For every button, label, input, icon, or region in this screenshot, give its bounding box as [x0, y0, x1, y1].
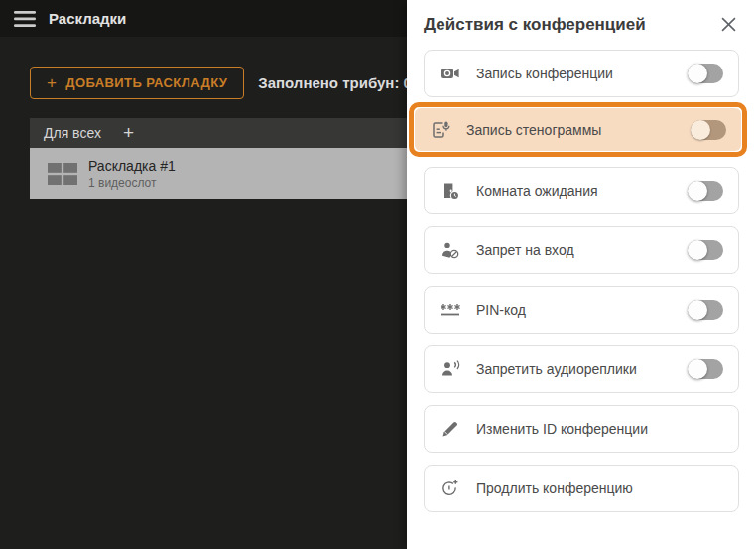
drawer-header: Действия с конференцией [407, 0, 756, 36]
layout-item-subtitle: 1 видеослот [88, 176, 176, 190]
layout-grid-icon [48, 163, 77, 185]
layouts-panel: Раскладки + ДОБАВИТЬ РАСКЛАДКУ Заполнено… [0, 0, 407, 549]
action-label: Продлить конференцию [476, 480, 633, 496]
tab-for-all[interactable]: Для всех + [30, 118, 407, 148]
page-title: Раскладки [49, 10, 126, 27]
close-button[interactable] [717, 13, 740, 36]
layout-item-meta: Раскладка #1 1 видеослот [88, 158, 176, 190]
action-row-conference-recording[interactable]: Запись конференции [424, 50, 739, 97]
action-label: PIN-код [476, 302, 526, 318]
extend-time-icon [440, 478, 461, 499]
action-row-waiting-room[interactable]: Комната ожидания [424, 167, 739, 214]
layout-item-title: Раскладка #1 [88, 158, 176, 174]
highlight-outline: Запись стенограммы [409, 102, 747, 157]
video-camera-icon [440, 63, 461, 84]
tribunes-filled-status: Заполнено трибун: 0 из 12 [258, 74, 407, 91]
conference-actions-drawer: Действия с конференцией Запись конференц… [407, 0, 756, 549]
action-label: Запрет на вход [476, 242, 574, 258]
close-icon [721, 17, 736, 32]
action-row-mute-audio-replies[interactable]: Запретить аудиореплики [424, 345, 739, 393]
waiting-room-toggle[interactable] [688, 181, 723, 201]
action-label: Запись конференции [476, 66, 613, 81]
app-topbar: Раскладки [0, 0, 407, 37]
transcript-icon [430, 119, 451, 141]
entry-ban-toggle[interactable] [688, 240, 723, 260]
action-list: Запись конференции Запись стенограммы [407, 36, 756, 512]
pin-code-icon [440, 299, 461, 321]
action-row-extend-conference[interactable]: Продлить конференцию [424, 465, 739, 512]
drawer-title: Действия с конференцией [424, 15, 646, 35]
pin-code-toggle[interactable] [688, 300, 723, 320]
pencil-icon [440, 418, 461, 440]
transcript-recording-toggle[interactable] [691, 120, 726, 140]
action-label: Комната ожидания [476, 183, 598, 199]
tab-for-all-label: Для всех [44, 125, 101, 141]
layout-list-item[interactable]: Раскладка #1 1 видеослот [30, 148, 407, 199]
audio-replies-icon [440, 358, 461, 380]
action-row-transcript-recording[interactable]: Запись стенограммы [415, 108, 741, 151]
entry-ban-icon [440, 239, 461, 261]
action-label: Запись стенограммы [466, 122, 601, 138]
add-layout-button[interactable]: + ДОБАВИТЬ РАСКЛАДКУ [30, 67, 244, 99]
action-row-entry-ban[interactable]: Запрет на вход [424, 226, 739, 274]
layout-actions-row: + ДОБАВИТЬ РАСКЛАДКУ Заполнено трибун: 0… [30, 67, 407, 99]
action-label: Изменить ID конференции [476, 421, 648, 437]
add-layout-button-label: ДОБАВИТЬ РАСКЛАДКУ [65, 75, 227, 90]
conference-recording-toggle[interactable] [688, 64, 723, 83]
mute-audio-replies-toggle[interactable] [688, 359, 723, 379]
action-label: Запретить аудиореплики [476, 361, 637, 377]
plus-icon: + [47, 74, 57, 91]
add-tab-icon[interactable]: + [123, 122, 134, 144]
action-row-edit-conference-id[interactable]: Изменить ID конференции [424, 405, 739, 453]
menu-icon[interactable] [14, 11, 36, 27]
action-row-pin-code[interactable]: PIN-код [424, 286, 739, 334]
waiting-room-icon [440, 180, 461, 202]
